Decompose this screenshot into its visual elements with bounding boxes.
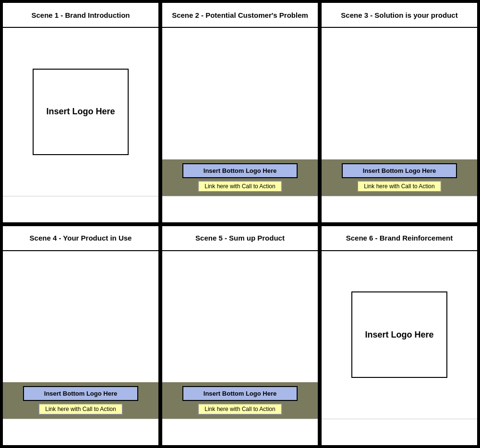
scene-cell-4: Scene 4 - Your Product in UseInsert Bott… (2, 225, 159, 447)
bottom-bar-2: Insert Bottom Logo HereLink here with Ca… (162, 159, 318, 196)
bottom-bar-3: Insert Bottom Logo HereLink here with Ca… (322, 159, 477, 196)
scene-cell-2: Scene 2 - Potential Customer's ProblemIn… (161, 2, 319, 223)
scene-header-6: Scene 6 - Brand Reinforcement (322, 226, 477, 251)
cta-button-4[interactable]: Link here with Call to Action (38, 403, 122, 415)
scene-header-1: Scene 1 - Brand Introduction (3, 3, 158, 28)
logo-placeholder-6: Insert Logo Here (351, 291, 447, 378)
scene-cell-1: Scene 1 - Brand IntroductionInsert Logo … (2, 2, 159, 223)
cta-button-5[interactable]: Link here with Call to Action (198, 403, 282, 415)
bottom-logo-button-5[interactable]: Insert Bottom Logo Here (182, 386, 298, 401)
scene-notes-4 (3, 419, 158, 445)
scene-header-3: Scene 3 - Solution is your product (322, 3, 477, 28)
scene-notes-3 (322, 196, 477, 222)
storyboard-grid: Scene 1 - Brand IntroductionInsert Logo … (0, 0, 480, 448)
scene-header-2: Scene 2 - Potential Customer's Problem (162, 3, 318, 28)
scene-content-4 (3, 251, 158, 383)
scene-cell-5: Scene 5 - Sum up ProductInsert Bottom Lo… (161, 225, 319, 447)
scene-notes-6 (322, 419, 477, 445)
bottom-bar-5: Insert Bottom Logo HereLink here with Ca… (162, 382, 318, 419)
logo-placeholder-1: Insert Logo Here (33, 69, 129, 155)
bottom-logo-button-3[interactable]: Insert Bottom Logo Here (342, 163, 457, 178)
scene-content-6: Insert Logo Here (322, 251, 477, 419)
scene-body-2: Insert Bottom Logo HereLink here with Ca… (162, 28, 318, 196)
scene-cell-6: Scene 6 - Brand ReinforcementInsert Logo… (321, 225, 478, 447)
scene-body-3: Insert Bottom Logo HereLink here with Ca… (322, 28, 477, 196)
scene-cell-3: Scene 3 - Solution is your productInsert… (321, 2, 478, 223)
scene-body-1: Insert Logo Here (3, 28, 158, 196)
bottom-logo-button-4[interactable]: Insert Bottom Logo Here (23, 386, 138, 401)
bottom-logo-button-2[interactable]: Insert Bottom Logo Here (182, 163, 298, 178)
scene-header-5: Scene 5 - Sum up Product (162, 226, 318, 251)
scene-body-6: Insert Logo Here (322, 251, 477, 419)
cta-button-2[interactable]: Link here with Call to Action (198, 181, 282, 192)
cta-button-3[interactable]: Link here with Call to Action (357, 181, 441, 192)
scene-notes-2 (162, 196, 318, 222)
scene-body-4: Insert Bottom Logo HereLink here with Ca… (3, 251, 158, 419)
scene-content-2 (162, 28, 318, 159)
bottom-bar-4: Insert Bottom Logo HereLink here with Ca… (3, 382, 158, 419)
scene-content-5 (162, 251, 318, 383)
scene-notes-5 (162, 419, 318, 445)
scene-content-3 (322, 28, 477, 159)
scene-body-5: Insert Bottom Logo HereLink here with Ca… (162, 251, 318, 419)
scene-header-4: Scene 4 - Your Product in Use (3, 226, 158, 251)
scene-notes-1 (3, 196, 158, 222)
scene-content-1: Insert Logo Here (3, 28, 158, 196)
